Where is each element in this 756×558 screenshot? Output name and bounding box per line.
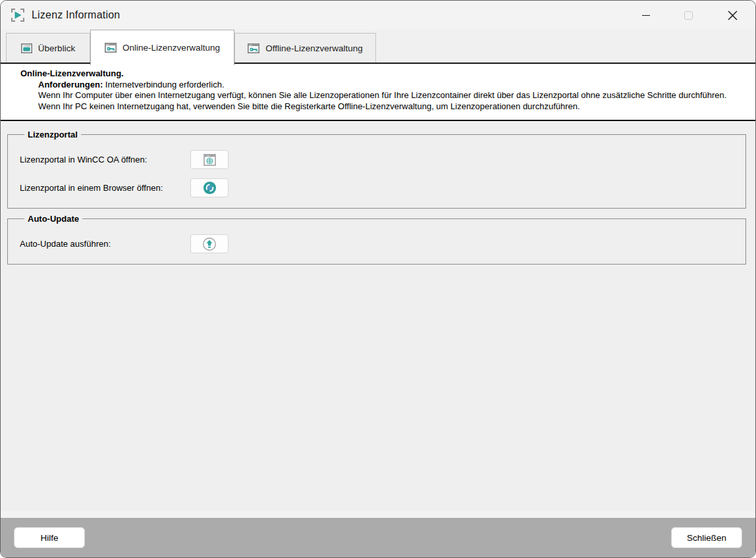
window-key-icon [105, 43, 117, 53]
upload-arrow-icon [202, 237, 217, 251]
app-logo-icon [11, 8, 25, 22]
window-key-icon [248, 43, 259, 53]
license-info-window: Lizenz Information Üb [0, 0, 756, 558]
info-line-2: Wenn Ihr PC keinen Internetzugang hat, v… [38, 101, 749, 113]
close-icon [728, 11, 738, 20]
footer-separator [1, 511, 755, 518]
window-title: Lizenz Information [32, 9, 120, 21]
close-dialog-button[interactable]: Schließen [671, 527, 742, 548]
maximize-button[interactable] [667, 1, 709, 30]
tab-bar: Überblick Online-Lizenzverwaltung [1, 30, 755, 64]
tab-content-online: Lizenzportal Lizenzportal in WinCC OA öf… [1, 121, 755, 511]
open-lizenzportal-wincc-button[interactable] [190, 150, 229, 169]
row-open-in-browser: Lizenzportal in einem Browser öffnen: [20, 178, 745, 197]
close-button[interactable] [709, 1, 755, 30]
titlebar: Lizenz Information [1, 1, 755, 30]
help-button[interactable]: Hilfe [14, 527, 85, 548]
footer-bar: Hilfe Schließen [1, 518, 755, 557]
info-requirements: Anforderungen: Internetverbindung erford… [38, 80, 749, 91]
group-title: Lizenzportal [24, 130, 81, 140]
group-auto-update: Auto-Update Auto-Update ausführen: [7, 214, 746, 265]
auto-update-run-button[interactable] [190, 234, 229, 253]
row-open-in-wincc: Lizenzportal in WinCC OA öffnen: [20, 150, 745, 169]
row-auto-update: Auto-Update ausführen: [20, 234, 745, 253]
group-title: Auto-Update [24, 214, 82, 224]
window-monitor-icon [21, 43, 32, 53]
window-globe-icon [203, 154, 217, 166]
row-label: Lizenzportal in WinCC OA öffnen: [20, 155, 190, 165]
info-line-1: Wenn Ihr Computer über einen Internetzug… [38, 90, 749, 101]
requirements-label: Anforderungen: [38, 80, 103, 89]
tab-label: Online-Lizenzverwaltung [122, 43, 220, 53]
browser-globe-icon [203, 181, 217, 195]
tab-online-lizenzverwaltung[interactable]: Online-Lizenzverwaltung [90, 30, 234, 65]
tab-offline-lizenzverwaltung[interactable]: Offline-Lizenzverwaltung [234, 33, 376, 63]
row-label: Auto-Update ausführen: [20, 239, 190, 249]
info-heading: Online-Lizenzverwaltung. [20, 68, 749, 80]
minimize-button[interactable] [625, 1, 667, 30]
info-pane: Online-Lizenzverwaltung. Anforderungen: … [1, 64, 755, 121]
tab-ueberblick[interactable]: Überblick [6, 33, 90, 63]
requirements-text: Internetverbindung erforderlich. [103, 80, 224, 89]
open-lizenzportal-browser-button[interactable] [190, 178, 229, 197]
window-controls [625, 1, 755, 30]
tab-label: Überblick [38, 43, 75, 53]
group-lizenzportal: Lizenzportal Lizenzportal in WinCC OA öf… [7, 130, 746, 209]
tab-label: Offline-Lizenzverwaltung [265, 43, 363, 53]
row-label: Lizenzportal in einem Browser öffnen: [20, 183, 190, 193]
minimize-icon [642, 15, 650, 16]
maximize-icon [684, 11, 693, 20]
